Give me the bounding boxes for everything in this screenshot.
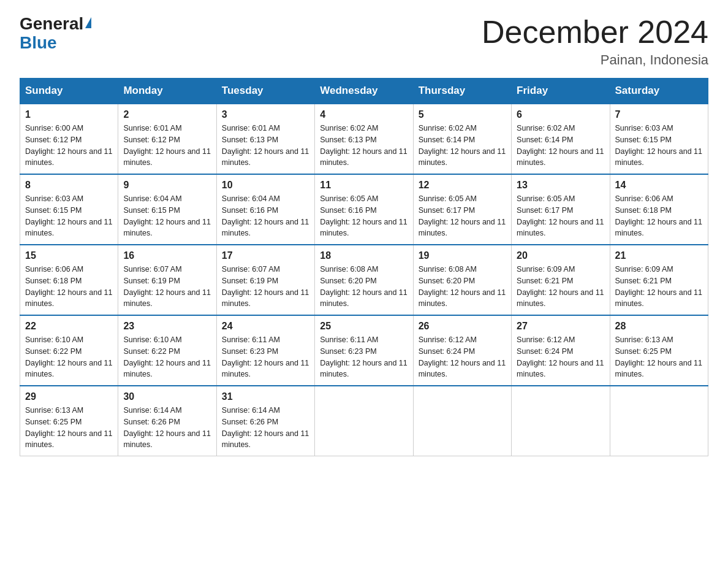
day-number: 12 <box>419 180 506 191</box>
calendar-cell <box>512 386 610 456</box>
day-info: Sunrise: 6:14 AMSunset: 6:26 PMDaylight:… <box>222 405 309 451</box>
calendar-cell: 29Sunrise: 6:13 AMSunset: 6:25 PMDayligh… <box>20 386 118 456</box>
calendar-week-row: 8Sunrise: 6:03 AMSunset: 6:15 PMDaylight… <box>20 174 708 245</box>
calendar-cell: 24Sunrise: 6:11 AMSunset: 6:23 PMDayligh… <box>216 315 314 386</box>
day-number: 20 <box>517 250 604 261</box>
calendar-cell: 6Sunrise: 6:02 AMSunset: 6:14 PMDaylight… <box>512 104 610 174</box>
calendar-cell: 15Sunrise: 6:06 AMSunset: 6:18 PMDayligh… <box>20 245 118 315</box>
logo-general: General <box>20 14 83 33</box>
logo: General Blue <box>20 15 91 53</box>
calendar-cell <box>413 386 511 456</box>
location: Painan, Indonesia <box>482 52 708 68</box>
day-number: 28 <box>615 321 703 332</box>
day-info: Sunrise: 6:13 AMSunset: 6:25 PMDaylight:… <box>615 334 703 380</box>
day-number: 6 <box>517 109 604 120</box>
calendar-cell: 26Sunrise: 6:12 AMSunset: 6:24 PMDayligh… <box>413 315 511 386</box>
day-number: 16 <box>123 250 211 261</box>
day-info: Sunrise: 6:08 AMSunset: 6:20 PMDaylight:… <box>419 264 506 310</box>
calendar-cell: 18Sunrise: 6:08 AMSunset: 6:20 PMDayligh… <box>315 245 413 315</box>
day-info: Sunrise: 6:13 AMSunset: 6:25 PMDaylight:… <box>25 405 113 451</box>
calendar-cell: 1Sunrise: 6:00 AMSunset: 6:12 PMDaylight… <box>20 104 118 174</box>
weekday-header-thursday: Thursday <box>413 79 511 104</box>
calendar-cell: 11Sunrise: 6:05 AMSunset: 6:16 PMDayligh… <box>315 174 413 245</box>
header-right: December 2024 Painan, Indonesia <box>482 15 708 68</box>
calendar-week-row: 1Sunrise: 6:00 AMSunset: 6:12 PMDaylight… <box>20 104 708 174</box>
day-info: Sunrise: 6:00 AMSunset: 6:12 PMDaylight:… <box>25 123 113 169</box>
logo-blue: Blue <box>20 33 57 52</box>
calendar-cell: 19Sunrise: 6:08 AMSunset: 6:20 PMDayligh… <box>413 245 511 315</box>
calendar-week-row: 22Sunrise: 6:10 AMSunset: 6:22 PMDayligh… <box>20 315 708 386</box>
day-number: 3 <box>222 109 309 120</box>
day-info: Sunrise: 6:10 AMSunset: 6:22 PMDaylight:… <box>25 334 113 380</box>
calendar-cell: 13Sunrise: 6:05 AMSunset: 6:17 PMDayligh… <box>512 174 610 245</box>
day-number: 31 <box>222 391 309 402</box>
calendar-cell: 28Sunrise: 6:13 AMSunset: 6:25 PMDayligh… <box>610 315 708 386</box>
day-number: 13 <box>517 180 604 191</box>
calendar-cell: 9Sunrise: 6:04 AMSunset: 6:15 PMDaylight… <box>118 174 216 245</box>
calendar-cell: 22Sunrise: 6:10 AMSunset: 6:22 PMDayligh… <box>20 315 118 386</box>
calendar-cell <box>610 386 708 456</box>
day-number: 15 <box>25 250 113 261</box>
weekday-header-friday: Friday <box>512 79 610 104</box>
day-number: 19 <box>419 250 506 261</box>
weekday-header-monday: Monday <box>118 79 216 104</box>
weekday-header-sunday: Sunday <box>20 79 118 104</box>
calendar-cell: 14Sunrise: 6:06 AMSunset: 6:18 PMDayligh… <box>610 174 708 245</box>
day-info: Sunrise: 6:05 AMSunset: 6:16 PMDaylight:… <box>320 193 408 239</box>
day-info: Sunrise: 6:08 AMSunset: 6:20 PMDaylight:… <box>320 264 408 310</box>
calendar-cell: 2Sunrise: 6:01 AMSunset: 6:12 PMDaylight… <box>118 104 216 174</box>
day-number: 2 <box>123 109 211 120</box>
calendar-cell: 23Sunrise: 6:10 AMSunset: 6:22 PMDayligh… <box>118 315 216 386</box>
day-number: 18 <box>320 250 408 261</box>
day-info: Sunrise: 6:07 AMSunset: 6:19 PMDaylight:… <box>123 264 211 310</box>
day-number: 25 <box>320 321 408 332</box>
calendar-cell: 20Sunrise: 6:09 AMSunset: 6:21 PMDayligh… <box>512 245 610 315</box>
calendar-header-row: SundayMondayTuesdayWednesdayThursdayFrid… <box>20 79 708 104</box>
day-number: 26 <box>419 321 506 332</box>
day-info: Sunrise: 6:01 AMSunset: 6:12 PMDaylight:… <box>123 123 211 169</box>
day-number: 14 <box>615 180 703 191</box>
day-info: Sunrise: 6:06 AMSunset: 6:18 PMDaylight:… <box>615 193 703 239</box>
day-info: Sunrise: 6:06 AMSunset: 6:18 PMDaylight:… <box>25 264 113 310</box>
calendar-cell: 7Sunrise: 6:03 AMSunset: 6:15 PMDaylight… <box>610 104 708 174</box>
calendar-week-row: 29Sunrise: 6:13 AMSunset: 6:25 PMDayligh… <box>20 386 708 456</box>
day-info: Sunrise: 6:05 AMSunset: 6:17 PMDaylight:… <box>419 193 506 239</box>
day-info: Sunrise: 6:02 AMSunset: 6:14 PMDaylight:… <box>419 123 506 169</box>
day-number: 10 <box>222 180 309 191</box>
day-info: Sunrise: 6:12 AMSunset: 6:24 PMDaylight:… <box>419 334 506 380</box>
day-info: Sunrise: 6:01 AMSunset: 6:13 PMDaylight:… <box>222 123 309 169</box>
weekday-header-tuesday: Tuesday <box>216 79 314 104</box>
day-info: Sunrise: 6:03 AMSunset: 6:15 PMDaylight:… <box>25 193 113 239</box>
day-number: 23 <box>123 321 211 332</box>
calendar-cell: 10Sunrise: 6:04 AMSunset: 6:16 PMDayligh… <box>216 174 314 245</box>
calendar-cell: 30Sunrise: 6:14 AMSunset: 6:26 PMDayligh… <box>118 386 216 456</box>
day-info: Sunrise: 6:02 AMSunset: 6:14 PMDaylight:… <box>517 123 604 169</box>
day-number: 21 <box>615 250 703 261</box>
calendar-cell: 17Sunrise: 6:07 AMSunset: 6:19 PMDayligh… <box>216 245 314 315</box>
day-number: 8 <box>25 180 113 191</box>
weekday-header-wednesday: Wednesday <box>315 79 413 104</box>
day-info: Sunrise: 6:07 AMSunset: 6:19 PMDaylight:… <box>222 264 309 310</box>
day-number: 30 <box>123 391 211 402</box>
day-info: Sunrise: 6:09 AMSunset: 6:21 PMDaylight:… <box>517 264 604 310</box>
day-info: Sunrise: 6:03 AMSunset: 6:15 PMDaylight:… <box>615 123 703 169</box>
calendar-cell: 12Sunrise: 6:05 AMSunset: 6:17 PMDayligh… <box>413 174 511 245</box>
day-number: 24 <box>222 321 309 332</box>
calendar-week-row: 15Sunrise: 6:06 AMSunset: 6:18 PMDayligh… <box>20 245 708 315</box>
day-number: 5 <box>419 109 506 120</box>
calendar-cell: 25Sunrise: 6:11 AMSunset: 6:23 PMDayligh… <box>315 315 413 386</box>
month-title: December 2024 <box>482 15 708 50</box>
calendar-cell <box>315 386 413 456</box>
day-info: Sunrise: 6:04 AMSunset: 6:16 PMDaylight:… <box>222 193 309 239</box>
calendar-table: SundayMondayTuesdayWednesdayThursdayFrid… <box>20 78 708 456</box>
calendar-cell: 4Sunrise: 6:02 AMSunset: 6:13 PMDaylight… <box>315 104 413 174</box>
day-info: Sunrise: 6:11 AMSunset: 6:23 PMDaylight:… <box>320 334 408 380</box>
page-header: General Blue December 2024 Painan, Indon… <box>20 15 708 68</box>
calendar-cell: 31Sunrise: 6:14 AMSunset: 6:26 PMDayligh… <box>216 386 314 456</box>
logo-triangle-icon <box>85 17 91 28</box>
day-number: 9 <box>123 180 211 191</box>
day-number: 17 <box>222 250 309 261</box>
day-info: Sunrise: 6:14 AMSunset: 6:26 PMDaylight:… <box>123 405 211 451</box>
calendar-cell: 5Sunrise: 6:02 AMSunset: 6:14 PMDaylight… <box>413 104 511 174</box>
day-number: 7 <box>615 109 703 120</box>
